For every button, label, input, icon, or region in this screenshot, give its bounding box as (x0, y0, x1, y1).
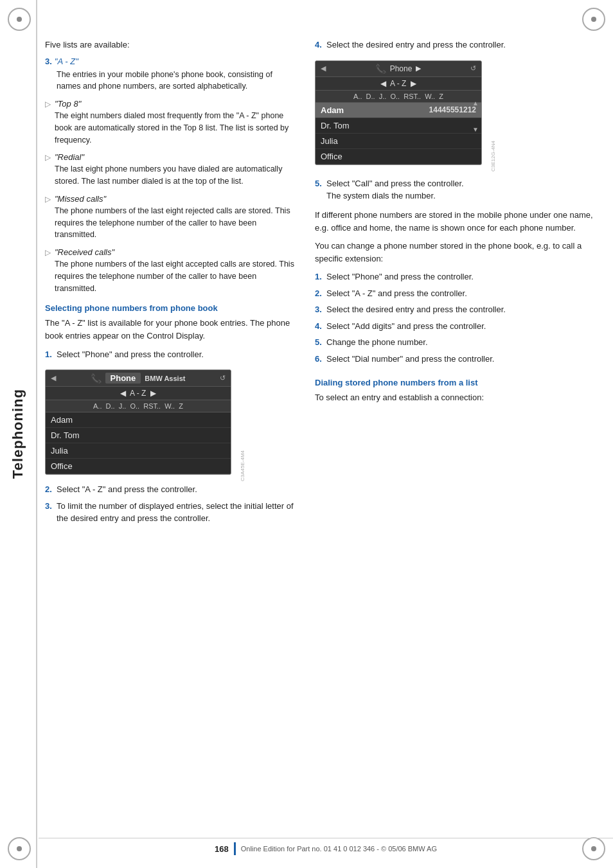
list-item-az: 3. "A - Z" The entries in your mobile ph… (45, 57, 296, 93)
step-left-3: 3. To limit the number of displayed entr… (45, 500, 296, 525)
step-right-4: 4. Select the desired entry and press th… (315, 39, 600, 51)
corner-decoration-tr (582, 8, 605, 31)
intro-text: Five lists are available: (45, 39, 296, 51)
phone-entry-adam-right: Adam 14445551212 (315, 103, 481, 118)
phone-label-left: Phone (105, 373, 141, 384)
phone-header-right-chevron-left: ↺ (220, 374, 226, 382)
arrow-top8: ▷ (45, 100, 51, 109)
phone-sub-header-left: ◀ A - Z ▶ (46, 387, 231, 400)
step-left-3-text: To limit the number of displayed entries… (57, 500, 296, 525)
phone-alpha-bar-right: A.. D.. J.. O.. RST.. W.. Z (315, 91, 481, 103)
change-step-5-num: 5. (315, 336, 326, 349)
phone-entry-julia-right: Julia (315, 134, 481, 149)
para-multiple-numbers: If different phone numbers are stored in… (315, 209, 600, 235)
phone-entry-drtom-right: Dr. Tom (315, 118, 481, 134)
list-item-received: ▷ "Received calls" The phone numbers of … (45, 247, 296, 294)
list-content-top8: "Top 8" The eight numbers dialed most fr… (55, 99, 296, 146)
image-code-left: C3A45E-4M4 (240, 364, 245, 481)
list-title-missed: "Missed calls" (55, 194, 296, 204)
step-right-5: 5. Select "Call" and press the controlle… (315, 177, 600, 202)
change-step-5: 5. Change the phone number. (315, 336, 600, 349)
scroll-indicator: ▲ ▼ (472, 100, 479, 133)
phone-alpha-bar-left: A.. D.. J.. O.. RST.. W.. Z (46, 400, 231, 412)
phone-icon-left: 📞 (91, 373, 102, 384)
phone-sub-header-right: ◀ A - Z ▶ (315, 77, 481, 91)
phone-header-center-left: 📞 Phone BMW Assist (91, 373, 186, 384)
change-step-1-text: Select "Phone" and press the controller. (326, 270, 600, 283)
list-title-top8: "Top 8" (55, 99, 296, 109)
step-left-2-text: Select "A - Z" and press the controller. (57, 483, 296, 496)
phone-entry-drtom-left: Dr. Tom (46, 428, 231, 443)
section-heading-dialing: Dialing stored phone numbers from a list (315, 378, 600, 387)
list-item-top8: ▷ "Top 8" The eight numbers dialed most … (45, 99, 296, 146)
change-step-1-num: 1. (315, 270, 326, 283)
step-right-4-num: 4. (315, 39, 326, 51)
phone-header-right: ◀ 📞 Phone ▶ ↺ (315, 61, 481, 77)
footer-page-number: 168 (215, 844, 229, 854)
image-code-right: C3E12G-4N4 (490, 55, 496, 172)
change-step-4: 4. Select "Add digits" and press the con… (315, 320, 600, 333)
list-title-redial: "Redial" (55, 152, 296, 162)
step-right-5-num: 5. (315, 177, 326, 190)
phone-ui-left: ◀ 📞 Phone BMW Assist ↺ ◀ A - Z ▶ A.. D..… (45, 369, 231, 475)
step-left-2-num: 2. (45, 483, 57, 496)
footer: 168 Online Edition for Part no. 01 41 0 … (39, 838, 613, 855)
phone-ui-left-wrapper: ◀ 📞 Phone BMW Assist ↺ ◀ A - Z ▶ A.. D..… (45, 364, 231, 481)
list-desc-missed: The phone numbers of the last eight reje… (55, 205, 296, 241)
change-step-3-text: Select the desired entry and press the c… (326, 303, 600, 316)
change-step-3: 3. Select the desired entry and press th… (315, 303, 600, 316)
change-step-4-text: Select "Add digits" and press the contro… (326, 320, 600, 333)
para-change-number: You can change a phone number stored in … (315, 240, 600, 265)
change-step-2-text: Select "A - Z" and press the controller. (326, 287, 600, 300)
change-step-3-num: 3. (315, 303, 326, 316)
change-step-1: 1. Select "Phone" and press the controll… (315, 270, 600, 283)
change-step-2-num: 2. (315, 287, 326, 300)
phone-icon-right: 📞 (375, 64, 386, 74)
list-content-received: "Received calls" The phone numbers of th… (55, 247, 296, 294)
section-heading-selecting: Selecting phone numbers from phone book (45, 303, 296, 313)
step-left-2: 2. Select "A - Z" and press the controll… (45, 483, 296, 496)
phone-entry-office-right: Office (315, 149, 481, 164)
phone-header-left-chevron-right: ◀ (321, 64, 326, 73)
scroll-up-icon: ▲ (472, 100, 479, 107)
list-content-missed: "Missed calls" The phone numbers of the … (55, 194, 296, 241)
phone-arrow-right: ▶ (416, 64, 421, 73)
left-column: Five lists are available: 3. "A - Z" The… (39, 39, 308, 829)
change-step-4-num: 4. (315, 320, 326, 333)
list-title-az: "A - Z" (55, 57, 78, 66)
footer-divider (234, 842, 236, 855)
phone-ui-right: ◀ 📞 Phone ▶ ↺ ◀ A - Z ▶ A.. D.. J.. O.. … (315, 60, 482, 165)
list-desc-received: The phone numbers of the last eight acce… (55, 258, 296, 294)
arrow-redial: ▷ (45, 153, 51, 162)
change-step-5-text: Change the phone number. (326, 336, 600, 349)
scroll-down-icon: ▼ (472, 126, 479, 133)
list-desc-az: The entries in your mobile phone's phone… (57, 69, 296, 93)
phone-ui-right-wrapper: ◀ 📞 Phone ▶ ↺ ◀ A - Z ▶ A.. D.. J.. O.. … (315, 55, 482, 172)
step-left-1: 1. Select "Phone" and press the controll… (45, 348, 296, 361)
change-step-6-num: 6. (315, 353, 326, 366)
list-title-received: "Received calls" (55, 247, 296, 257)
phone-entry-adam-name: Adam (321, 105, 344, 115)
page: Telephoning Five lists are available: 3.… (0, 0, 613, 868)
step-right-5-text: Select "Call" and press the controller.T… (326, 177, 600, 202)
list-item-missed: ▷ "Missed calls" The phone numbers of th… (45, 194, 296, 241)
phone-entry-adam-number: 14445551212 (429, 105, 476, 114)
change-step-2: 2. Select "A - Z" and press the controll… (315, 287, 600, 300)
phone-entry-adam-left: Adam (46, 412, 231, 428)
phone-refresh-icon-right: ↺ (470, 64, 476, 73)
step-left-1-text: Select "Phone" and press the controller. (57, 348, 296, 361)
main-content: Five lists are available: 3. "A - Z" The… (39, 39, 613, 829)
list-desc-top8: The eight numbers dialed most frequently… (55, 110, 296, 146)
step-left-1-num: 1. (45, 348, 57, 361)
sidebar-label: Telephoning (0, 0, 37, 868)
phone-entry-julia-left: Julia (46, 443, 231, 459)
phone-header-center-right: 📞 Phone ▶ (375, 64, 422, 74)
change-step-6-text: Select "Dial number" and press the contr… (326, 353, 600, 366)
phone-header-left: ◀ 📞 Phone BMW Assist ↺ (46, 370, 231, 387)
list-desc-redial: The last eight phone numbers you have di… (55, 163, 296, 188)
bmw-assist-label-left: BMW Assist (145, 375, 185, 382)
step-right-4-text: Select the desired entry and press the c… (326, 39, 600, 51)
footer-text: Online Edition for Part no. 01 41 0 012 … (241, 845, 437, 853)
phone-label-right: Phone (390, 64, 413, 73)
arrow-received: ▷ (45, 248, 51, 257)
